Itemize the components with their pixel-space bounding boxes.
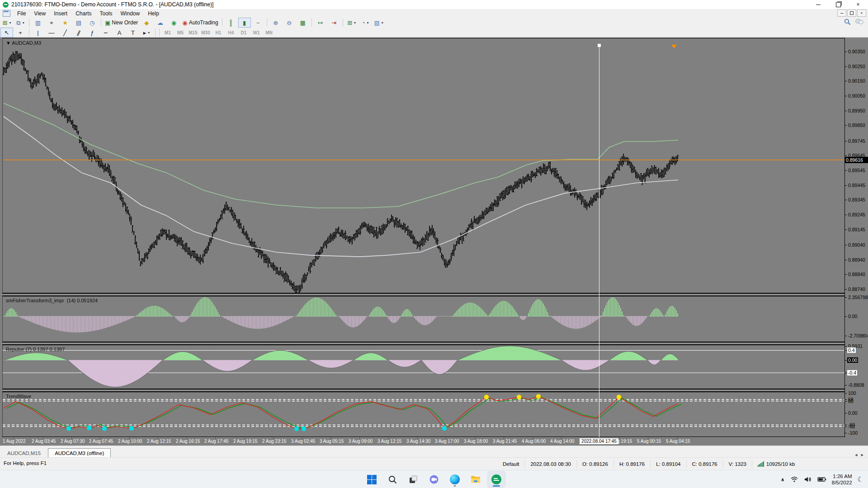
market-watch-button[interactable]: ▥ — [32, 18, 44, 28]
navigator-button[interactable]: ★ — [59, 18, 71, 28]
menu-item-charts[interactable]: Charts — [71, 10, 95, 17]
zoom-in-button[interactable]: ⊕ — [269, 18, 282, 28]
periods-button[interactable]: ◔▾ — [359, 18, 372, 28]
edge-button[interactable] — [446, 471, 464, 488]
crosshair-vertical-line[interactable] — [599, 44, 599, 437]
timeframe-m1-button[interactable]: M1 — [162, 29, 174, 36]
time-tick-label: 5 Aug 00:15 — [637, 439, 661, 444]
fibonacci-tool-button[interactable]: ƒ — [86, 28, 99, 38]
indicators-button[interactable]: ⊞▾ — [345, 18, 358, 28]
child-minimize-button[interactable] — [837, 9, 846, 17]
grid-tool-button[interactable]: ┉ — [99, 28, 112, 38]
indicators-dropdown-icon[interactable]: ▾ — [354, 21, 356, 25]
chart-shift-button[interactable]: ⇥ — [328, 18, 340, 28]
price-axis[interactable]: 0.903500.902500.901500.900500.899500.898… — [845, 38, 868, 437]
task-view-button[interactable] — [404, 471, 422, 488]
line-chart-button[interactable]: ~ — [252, 18, 264, 28]
menu-item-help[interactable]: Help — [144, 10, 163, 17]
price-tick-label: 0.90050 — [848, 93, 865, 99]
mql-community-button[interactable]: ☁ — [154, 18, 166, 28]
profiles-dropdown-icon[interactable]: ▾ — [23, 21, 24, 25]
menu-item-window[interactable]: Window — [117, 10, 144, 17]
tab-audcad-m3-offline[interactable]: AUDCAD,M3 (offline) — [48, 448, 111, 458]
new-order-button[interactable]: ▣New Order — [104, 18, 139, 28]
wifi-icon[interactable] — [790, 476, 798, 483]
terminal-button[interactable]: ▤ — [72, 18, 85, 28]
timeframe-d1-button[interactable]: D1 — [238, 29, 250, 36]
strategy-tester-button[interactable]: ◷ — [86, 18, 99, 28]
teams-chat-button[interactable] — [425, 471, 443, 488]
volume-icon[interactable] — [804, 476, 812, 483]
auto-scroll-button[interactable]: ↦ — [314, 18, 327, 28]
menu-item-file[interactable]: File — [13, 10, 30, 17]
timeframe-w1-button[interactable]: W1 — [250, 29, 262, 36]
child-restore-button[interactable] — [847, 9, 856, 17]
cursor-button[interactable]: ↖ — [0, 28, 13, 38]
new-chart-button[interactable]: ⊞▾ — [0, 18, 13, 28]
periods-dropdown-icon[interactable]: ▾ — [367, 21, 369, 25]
zoom-out-button[interactable]: ⊖ — [283, 18, 296, 28]
fisher-indicator-canvas[interactable] — [3, 296, 844, 342]
crosshair-tool-button[interactable]: + — [14, 28, 27, 38]
chat-icon[interactable] — [855, 19, 863, 27]
panel-separator-2[interactable] — [2, 342, 868, 345]
new-chart-dropdown-icon[interactable]: ▾ — [9, 21, 11, 25]
battery-icon[interactable] — [817, 477, 826, 482]
trendwave-axis-label-tick — [845, 425, 847, 425]
tab-audcad-m15[interactable]: AUDCAD,M15 — [1, 449, 47, 458]
panel-separator-1[interactable] — [2, 293, 868, 296]
file-explorer-button[interactable] — [467, 471, 485, 488]
search-icon[interactable] — [844, 19, 851, 27]
metaeditor-button[interactable]: ◆ — [140, 18, 153, 28]
restore-button[interactable] — [828, 0, 848, 9]
sell-arrow-marker[interactable] — [671, 45, 677, 48]
trendwave-indicator-canvas[interactable] — [3, 392, 844, 436]
autotrading-button[interactable]: ◉AutoTrading — [181, 18, 219, 28]
arrows-tool-button[interactable]: ▸▾ — [140, 28, 153, 38]
timeframe-m15-button[interactable]: M15 — [187, 29, 199, 36]
close-button[interactable]: × — [848, 0, 868, 9]
templates-dropdown-icon[interactable]: ▾ — [382, 21, 383, 25]
taskbar-clock[interactable]: 1:26 AM 8/5/2022 — [832, 473, 852, 486]
trendline-tool-button[interactable]: ╱ — [59, 28, 71, 38]
candlestick-chart-button[interactable]: ▮ — [238, 18, 251, 28]
child-close-button[interactable]: × — [857, 9, 866, 17]
timeframe-h1-button[interactable]: H1 — [212, 29, 224, 36]
focus-assist-moon-icon[interactable]: ☾ — [858, 475, 863, 483]
metatrader-taskbar-button[interactable] — [487, 471, 505, 488]
menu-item-insert[interactable]: Insert — [50, 10, 71, 17]
timeframe-m30-button[interactable]: M30 — [200, 29, 212, 36]
status-profile[interactable]: Default — [497, 460, 524, 468]
timeframe-m5-button[interactable]: M5 — [175, 29, 186, 36]
taskbar-search-button[interactable] — [383, 471, 401, 488]
bar-chart-button[interactable]: ║ — [225, 18, 237, 28]
menu-item-view[interactable]: View — [30, 10, 50, 17]
crosshair-handle[interactable] — [598, 44, 601, 47]
timeframe-mn-button[interactable]: MN — [263, 29, 275, 36]
data-window-button[interactable]: ⌖ — [45, 18, 58, 28]
menu-item-tools[interactable]: Tools — [96, 10, 117, 17]
start-button[interactable] — [363, 471, 381, 488]
arrows-tool-dropdown-icon[interactable]: ▾ — [148, 31, 150, 35]
channel-tool-button[interactable]: ∥ — [72, 28, 85, 38]
panel-separator-3[interactable] — [2, 389, 868, 392]
profiles-button[interactable]: ⧉▾ — [14, 18, 27, 28]
tile-windows-button[interactable]: ▦ — [297, 18, 309, 28]
chart-window-icon[interactable] — [3, 10, 10, 17]
main-chart-canvas[interactable] — [3, 39, 844, 293]
text-label-tool-button[interactable]: T — [127, 28, 139, 38]
strategy-tester-icon: ◷ — [90, 20, 94, 26]
vertical-line-tool-button[interactable]: | — [32, 28, 44, 38]
repulse-indicator-canvas[interactable] — [3, 345, 844, 389]
price-tick-label: 0.89245 — [848, 212, 865, 217]
minimize-button[interactable] — [808, 0, 828, 9]
trendwave-axis-label: -68 — [848, 424, 855, 429]
hidden-icons-chevron[interactable]: ∧ — [781, 477, 785, 483]
chart-symbol-label[interactable]: ▼ AUDCAD,M3 — [6, 40, 41, 46]
signals-button[interactable]: ◉ — [167, 18, 180, 28]
horizontal-line-tool-button[interactable]: — — [45, 28, 58, 38]
templates-button[interactable]: ▧▾ — [373, 18, 385, 28]
time-axis[interactable]: 2022.08.04 17:45 1 Aug 20222 Aug 03:452 … — [2, 437, 868, 446]
text-tool-button[interactable]: A — [113, 28, 126, 38]
timeframe-h4-button[interactable]: H4 — [225, 29, 237, 36]
